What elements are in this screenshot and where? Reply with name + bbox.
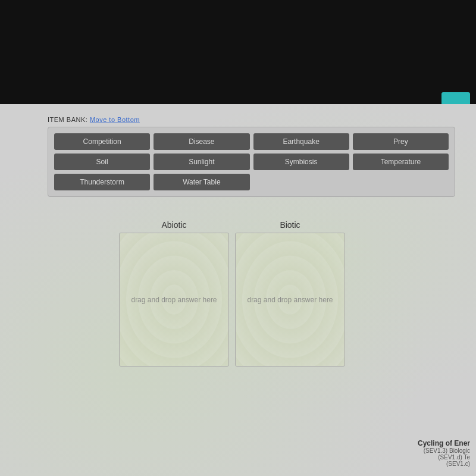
term-disease[interactable]: Disease	[154, 133, 249, 150]
abiotic-drop-zone[interactable]: drag and drop answer here	[119, 233, 229, 367]
main-content: ITEM BANK: Move to Bottom Competition Di…	[0, 104, 476, 476]
item-bank-label: ITEM BANK:	[48, 116, 87, 123]
term-thunderstorm[interactable]: Thunderstorm	[54, 174, 150, 190]
drop-zones-labels: Abiotic Biotic	[119, 220, 369, 230]
biotic-placeholder: drag and drop answer here	[247, 296, 333, 304]
term-prey[interactable]: Prey	[353, 133, 449, 150]
item-bank-box: Competition Disease Earthquake Prey Soil…	[48, 127, 455, 197]
drop-zones-row: drag and drop answer here drag and drop …	[119, 233, 369, 367]
item-bank-header: ITEM BANK: Move to Bottom	[48, 116, 140, 123]
term-earthquake[interactable]: Earthquake	[253, 133, 349, 150]
term-water-table[interactable]: Water Table	[154, 174, 249, 190]
footer-line1: (SEV1.3) Biologic	[418, 447, 470, 454]
abiotic-placeholder: drag and drop answer here	[131, 296, 217, 304]
biotic-label: Biotic	[235, 220, 345, 230]
biotic-drop-zone[interactable]: drag and drop answer here	[235, 233, 345, 367]
footer-title: Cycling of Ener	[418, 439, 470, 447]
term-temperature[interactable]: Temperature	[353, 154, 449, 170]
term-competition[interactable]: Competition	[54, 133, 150, 150]
footer-line3: (SEV1.c)	[418, 461, 470, 467]
term-soil[interactable]: Soil	[54, 154, 150, 170]
abiotic-label: Abiotic	[119, 220, 229, 230]
term-sunlight[interactable]: Sunlight	[154, 154, 249, 170]
item-bank-grid: Competition Disease Earthquake Prey Soil…	[54, 133, 449, 190]
drop-zones-area: Abiotic Biotic drag and drop answer here…	[119, 220, 369, 367]
footer-text: Cycling of Ener (SEV1.3) Biologic (SEV1.…	[418, 439, 470, 467]
term-symbiosis[interactable]: Symbiosis	[253, 154, 349, 170]
footer-line2: (SEV1.d) Te	[418, 454, 470, 461]
teal-button[interactable]	[441, 92, 470, 105]
top-bar	[0, 0, 476, 104]
move-to-bottom-link[interactable]: Move to Bottom	[90, 116, 140, 123]
